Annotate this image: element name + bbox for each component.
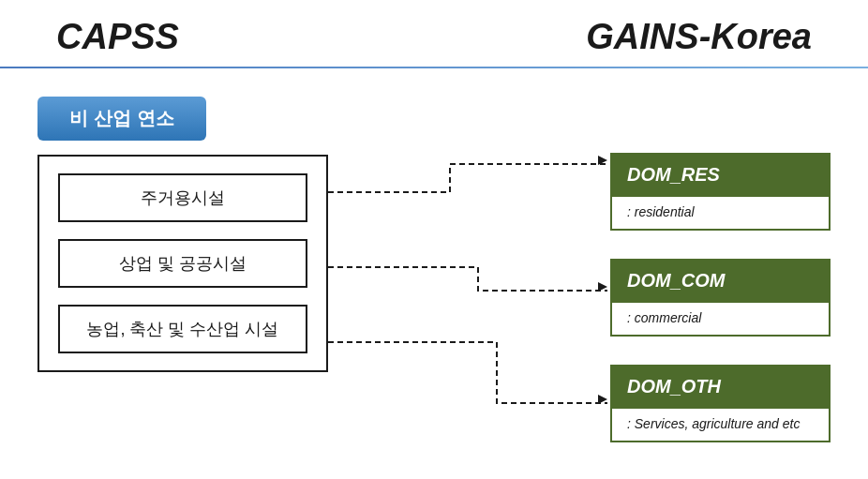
page-container: CAPSS GAINS-Korea 비 산업 연소 주거용시설 상업 및 공공시…	[0, 0, 868, 479]
gains-item-com: DOM_COM : commercial	[610, 259, 831, 337]
gains-item-res: DOM_RES : residential	[610, 153, 831, 231]
item-residential: 주거용시설	[58, 173, 307, 222]
gains-desc-res: : residential	[610, 197, 831, 231]
gains-section: DOM_RES : residential DOM_COM : commerci…	[610, 153, 831, 442]
gains-item-oth: DOM_OTH : Services, agriculture and etc	[610, 365, 831, 442]
gains-label-res: DOM_RES	[610, 153, 831, 197]
category-title: 비 산업 연소	[37, 97, 206, 141]
capss-section: 비 산업 연소 주거용시설 상업 및 공공시설 농업, 축산 및 수산업 시설	[37, 97, 356, 372]
main-content: 비 산업 연소 주거용시설 상업 및 공공시설 농업, 축산 및 수산업 시설 …	[0, 87, 868, 453]
capss-title: CAPSS	[56, 17, 179, 57]
header-divider	[0, 67, 868, 68]
gains-label-com: DOM_COM	[610, 259, 831, 303]
item-agriculture: 농업, 축산 및 수산업 시설	[58, 305, 307, 353]
capss-box: 주거용시설 상업 및 공공시설 농업, 축산 및 수산업 시설	[37, 155, 328, 372]
gains-desc-oth: : Services, agriculture and etc	[610, 409, 831, 442]
header: CAPSS GAINS-Korea	[0, 0, 868, 67]
item-commercial: 상업 및 공공시설	[58, 239, 307, 288]
gains-title: GAINS-Korea	[586, 17, 812, 57]
gains-label-oth: DOM_OTH	[610, 365, 831, 409]
gains-desc-com: : commercial	[610, 303, 831, 337]
